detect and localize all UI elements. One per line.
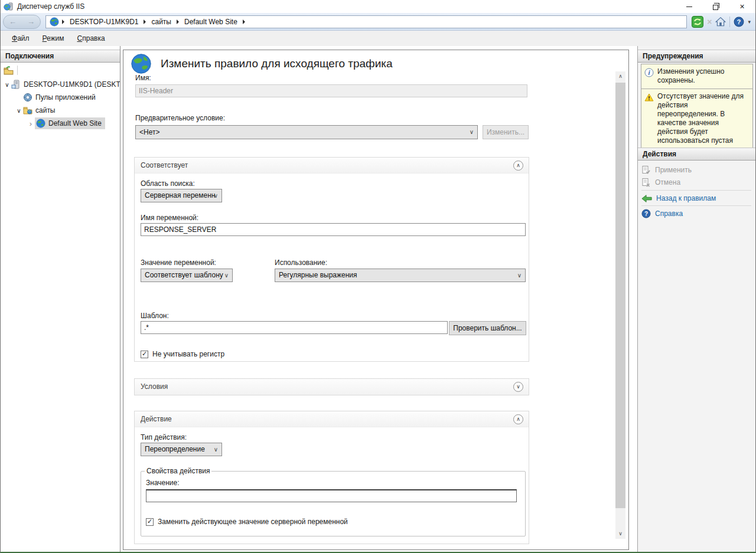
window-title: Диспетчер служб IIS [17,0,84,13]
scroll-up-icon[interactable]: ∧ [615,71,625,81]
scroll-down-icon[interactable]: ∨ [615,529,625,539]
edit-precondition-button: Изменить... [483,125,529,139]
variable-value-select[interactable]: Соответствует шаблону [141,269,233,282]
using-label: Использование: [275,258,327,267]
help-link[interactable]: ? Справка [641,208,683,220]
connections-toolbar [1,63,120,78]
variable-name-input[interactable] [141,223,526,236]
collapse-chevron-icon[interactable]: ∧ [513,414,523,424]
collapse-chevron-icon[interactable]: ∧ [513,161,523,171]
ignore-case-row: Не учитывать регистр [141,350,224,358]
breadcrumb-separator-icon [243,19,245,24]
edit-outbound-rule-page: Изменить правило для исходящего трафика … [123,50,629,550]
vertical-scrollbar[interactable]: ∧ ∨ [615,71,625,539]
actions-divider [641,205,751,206]
action-properties-legend: Свойства действия [145,467,211,475]
precondition-label: Предварительное условие: [135,114,225,122]
breadcrumb-item-site[interactable]: Default Web Site [182,18,240,26]
menu-view[interactable]: Режим [36,31,71,46]
tree-sites-label: сайты [35,106,56,114]
right-panel: Предупреждения i Изменения успешно сохра… [637,46,756,552]
menu-help[interactable]: Справка [71,31,112,46]
iis-manager-window: Диспетчер служб IIS × ← → DESKTOP-U1MK9D… [0,0,756,553]
help-circle-icon: ? [641,209,651,218]
breadcrumb[interactable]: DESKTOP-U1MK9D1 сайты Default Web Site [45,15,687,28]
expander-icon[interactable]: › [27,119,35,128]
pattern-input[interactable] [141,321,448,334]
replace-value-label: Заменить действующее значение серверной … [158,518,348,526]
tree-site-label: Default Web Site [48,119,102,127]
scope-select[interactable]: Серверная переменн [141,189,222,202]
ignore-case-label: Не учитывать регистр [152,350,224,358]
action-value-label: Значение: [146,479,180,487]
action-section-header[interactable]: Действие ∧ [135,411,529,427]
scrollbar-thumb[interactable] [615,83,625,508]
connections-header: Подключения [1,50,120,63]
breadcrumb-item-sites[interactable]: сайты [149,18,174,26]
connections-tree: ∨ DESKTOP-U1MK9D1 (DESKTOP [1,78,120,130]
toolbar-divider [729,17,730,27]
expand-chevron-icon[interactable]: ∨ [513,382,523,392]
match-section-header[interactable]: Соответствует ∧ [135,158,529,174]
save-connection-folder-icon[interactable] [4,66,14,76]
tree-item-server[interactable]: ∨ DESKTOP-U1MK9D1 (DESKTOP [1,78,120,91]
forward-icon: → [27,15,35,28]
breadcrumb-separator-icon [144,19,146,24]
apply-action: Применить [641,164,692,176]
minimize-icon [686,6,692,7]
menu-bar: Файл Режим Справка [1,31,755,46]
conditions-section-header[interactable]: Условия ∨ [135,379,529,395]
globe-icon [50,17,59,27]
rule-name-input [135,84,527,97]
action-properties-group: Свойства действия Значение: Заменить дей… [141,467,526,536]
page-globe-icon [131,53,152,74]
variable-value-label: Значение переменной: [141,258,216,267]
actions-header: Действия [638,148,756,161]
ignore-case-checkbox[interactable] [141,351,148,358]
expander-icon[interactable]: ∨ [15,107,23,114]
using-select[interactable]: Регулярные выражения [275,269,526,282]
test-pattern-button[interactable]: Проверить шаблон... [449,321,526,335]
help-icon[interactable]: ? [734,17,744,27]
restore-icon [713,5,718,10]
actions-divider [641,190,751,191]
website-globe-icon [36,119,45,128]
title-bar: Диспетчер служб IIS × [1,0,755,13]
replace-value-row: Заменить действующее значение серверной … [146,518,348,526]
menu-file[interactable]: Файл [5,31,36,46]
minimize-button[interactable] [676,0,702,13]
close-icon: × [739,0,744,13]
window-controls: × [676,0,755,13]
apply-icon [641,165,651,175]
refresh-icon[interactable] [692,16,703,28]
help-dropdown-caret-icon[interactable]: ▾ [748,19,751,25]
tree-item-default-web-site[interactable]: › Default Web Site [1,117,120,130]
tree-item-app-pools[interactable]: Пулы приложений [1,91,120,104]
replace-value-checkbox[interactable] [146,518,154,526]
tree-item-sites[interactable]: ∨ сайты [1,104,120,117]
scope-label: Область поиска: [141,179,195,188]
breadcrumb-separator-icon [177,19,179,24]
warning-text: Отсутствует значение для действия переоп… [657,92,750,154]
expander-icon[interactable]: ∨ [3,81,11,88]
nav-buttons: ← → [3,15,41,29]
back-to-rules-link[interactable]: Назад к правилам [641,192,716,204]
svg-text:?: ? [737,18,741,25]
variable-name-label: Имя переменной: [141,214,198,222]
close-button[interactable]: × [729,0,755,13]
info-icon: i [644,68,654,77]
connections-panel: Подключения ∨ DESKTOP-U1MK9D1 (DESKTOP [1,46,120,552]
precondition-select[interactable]: <Нет> [135,125,478,139]
page-title: Изменить правило для исходящего трафика [161,57,393,70]
restore-button[interactable] [702,0,729,13]
cancel-icon [641,178,651,187]
action-value-input[interactable] [146,489,517,502]
action-type-select[interactable]: Переопределение [141,443,222,456]
home-icon[interactable] [715,17,726,27]
selected-tree-item[interactable]: Default Web Site [35,117,105,129]
info-text: Изменения успешно сохранены. [657,67,750,85]
breadcrumb-item-server[interactable]: DESKTOP-U1MK9D1 [67,18,141,26]
sites-folder-icon [23,106,32,115]
address-bar: ← → DESKTOP-U1MK9D1 сайты Default Web Si… [1,13,755,31]
warning-icon [644,93,654,102]
